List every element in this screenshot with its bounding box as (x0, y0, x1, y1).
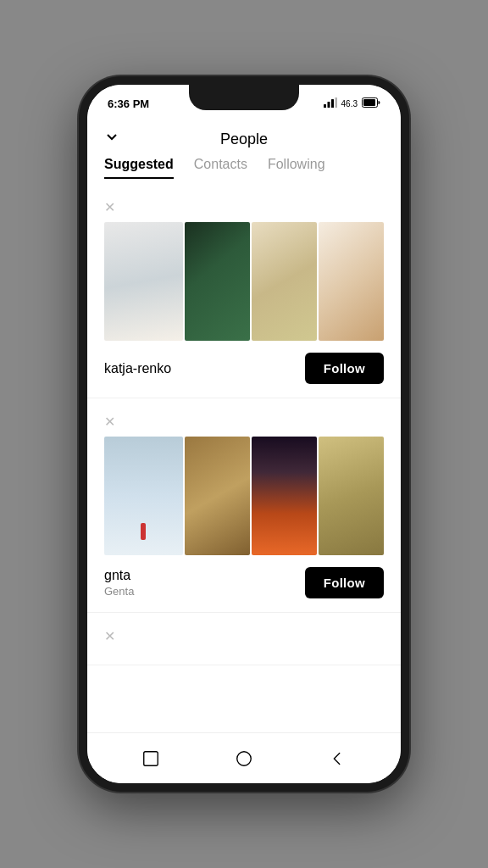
status-time: 6:36 PM (108, 97, 149, 110)
bottom-nav (87, 732, 401, 783)
user-image-5 (104, 437, 183, 555)
svg-point-7 (237, 751, 252, 765)
square-nav-button[interactable] (139, 747, 163, 771)
user-image-3 (252, 222, 317, 341)
tab-contacts[interactable]: Contacts (194, 157, 247, 179)
user-card-katja: ✕ katja-renko Follow (87, 186, 401, 398)
tab-following[interactable]: Following (268, 157, 325, 179)
svg-rect-0 (324, 104, 326, 108)
svg-rect-2 (331, 99, 334, 108)
svg-rect-5 (363, 99, 375, 106)
card-info-katja: katja-renko Follow (87, 353, 401, 384)
home-nav-button[interactable] (232, 747, 256, 771)
user-card-gnta: ✕ gnta Genta Follow (87, 400, 401, 613)
user-images-katja (87, 222, 401, 341)
battery-icon (362, 97, 380, 109)
tab-suggested[interactable]: Suggested (104, 157, 174, 179)
back-button[interactable] (104, 130, 119, 149)
dismiss-button-3[interactable]: ✕ (87, 628, 401, 651)
page-title: People (220, 131, 268, 148)
content-area: ✕ katja-renko Follow ✕ (87, 186, 401, 732)
follow-button-katja[interactable]: Follow (305, 353, 384, 384)
user-image-4 (319, 222, 384, 341)
user-name-katja: katja-renko (104, 361, 171, 376)
user-name-gnta: gnta Genta (104, 568, 134, 598)
follow-button-gnta[interactable]: Follow (305, 567, 384, 598)
signal-icon (324, 97, 337, 109)
status-icons: 46.3 (324, 97, 380, 109)
user-image-7 (252, 437, 317, 555)
tabs-container: Suggested Contacts Following (87, 157, 401, 179)
user-image-6 (185, 437, 250, 555)
user-card-3: ✕ (87, 615, 401, 665)
svg-rect-6 (144, 751, 158, 765)
user-image-1 (104, 222, 183, 341)
page-header: People (87, 122, 401, 157)
dismiss-button-katja[interactable]: ✕ (87, 199, 401, 222)
svg-rect-1 (327, 102, 330, 108)
user-image-2 (185, 222, 250, 341)
svg-rect-3 (335, 97, 337, 108)
back-nav-button[interactable] (325, 747, 349, 771)
user-images-gnta (87, 437, 401, 555)
card-info-gnta: gnta Genta Follow (87, 567, 401, 598)
dismiss-button-gnta[interactable]: ✕ (87, 414, 401, 437)
wifi-icon: 46.3 (341, 99, 358, 108)
user-image-8 (319, 437, 384, 555)
